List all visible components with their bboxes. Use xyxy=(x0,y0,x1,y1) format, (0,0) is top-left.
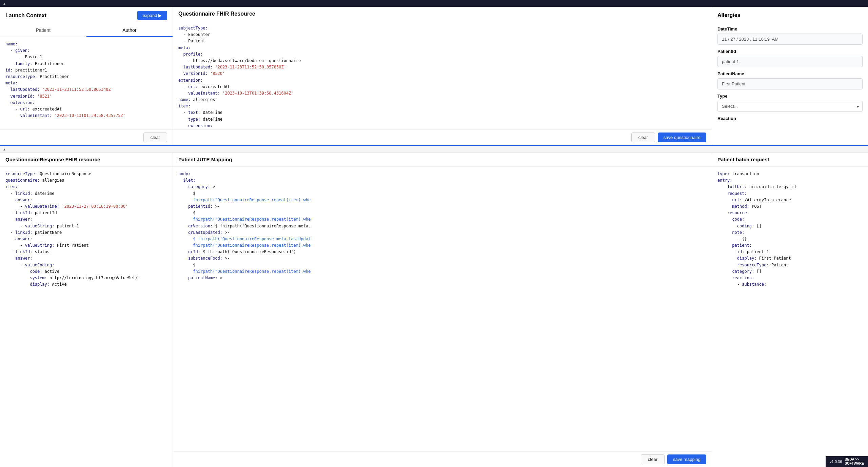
patientid-label: PatientId xyxy=(717,49,863,54)
bottom-section: QuestionnaireResponse FHIR resource reso… xyxy=(0,153,868,467)
questionnaire-fhir-panel: Questionnaire FHIR Resource subjectType:… xyxy=(173,7,712,145)
launch-context-panel: Launch Context expand ▶ Patient Author n… xyxy=(0,7,173,145)
questionnaire-fhir-title: Questionnaire FHIR Resource xyxy=(173,7,712,21)
datetime-input[interactable] xyxy=(717,34,863,45)
patient-jute-code-area: body: $let: category: >- $ fhirpath("Que… xyxy=(173,167,712,451)
tab-bar: Patient Author xyxy=(0,24,173,37)
patient-batch-panel: Patient batch request type: transaction … xyxy=(712,153,868,467)
patient-jute-title: Patient JUTE Mapping xyxy=(173,153,712,167)
version-brand: BEDA >>SOFTWARE xyxy=(845,458,864,466)
questionnaire-response-title: QuestionnaireResponse FHIR resource xyxy=(0,153,173,167)
type-label: Type xyxy=(717,94,863,99)
allergies-title: Allergies xyxy=(717,12,863,18)
launch-context-header: Launch Context expand ▶ xyxy=(0,7,173,24)
reaction-label: Reaction xyxy=(717,116,863,121)
patient-jute-clear-button[interactable]: clear xyxy=(641,454,665,464)
main-layout: Launch Context expand ▶ Patient Author n… xyxy=(0,7,868,467)
top-bar-icon: ▲ xyxy=(3,2,6,5)
patient-jute-buttons: clear save mapping xyxy=(173,451,712,467)
patientname-label: PatientName xyxy=(717,71,863,76)
patient-batch-title: Patient batch request xyxy=(712,153,868,167)
author-code-area: name: - given: - Basic-1 family: Practit… xyxy=(0,37,173,129)
expand-button[interactable]: expand ▶ xyxy=(137,11,167,20)
type-select[interactable]: Select... xyxy=(717,101,863,112)
allergies-panel: Allergies DateTime PatientId PatientName… xyxy=(712,7,868,145)
questionnaire-fhir-buttons: clear save questionnaire xyxy=(173,129,712,145)
questionnaire-response-code-area: resourceType: QuestionnaireResponse ques… xyxy=(0,167,173,467)
version-bar: v1.0.36 BEDA >>SOFTWARE xyxy=(826,456,868,467)
tab-patient[interactable]: Patient xyxy=(0,24,86,37)
questionnaire-response-panel: QuestionnaireResponse FHIR resource reso… xyxy=(0,153,173,467)
top-section: Launch Context expand ▶ Patient Author n… xyxy=(0,7,868,146)
patientname-input[interactable] xyxy=(717,78,863,89)
questionnaire-fhir-save-button[interactable]: save questionnaire xyxy=(658,133,706,142)
patient-jute-panel: Patient JUTE Mapping body: $let: categor… xyxy=(173,153,712,467)
bottom-bar-icon: ▲ xyxy=(3,147,6,151)
datetime-label: DateTime xyxy=(717,26,863,32)
patientid-input[interactable] xyxy=(717,56,863,67)
patient-jute-save-button[interactable]: save mapping xyxy=(667,454,706,464)
type-select-wrap: Select... ▾ xyxy=(717,101,863,112)
top-bar: ▲ xyxy=(0,0,868,7)
questionnaire-fhir-code-area: subjectType: - Encounter - Patient meta:… xyxy=(173,21,712,129)
author-clear-button[interactable]: clear xyxy=(143,133,167,142)
questionnaire-fhir-clear-button[interactable]: clear xyxy=(631,133,655,142)
patient-batch-code-area: type: transaction entry: - fullUrl: urn:… xyxy=(712,167,868,467)
launch-context-title: Launch Context xyxy=(5,13,46,19)
version-label: v1.0.36 xyxy=(830,460,842,464)
tab-author[interactable]: Author xyxy=(86,24,173,37)
author-clear-area: clear xyxy=(0,129,173,145)
bottom-bar-icon-row: ▲ xyxy=(0,146,868,153)
